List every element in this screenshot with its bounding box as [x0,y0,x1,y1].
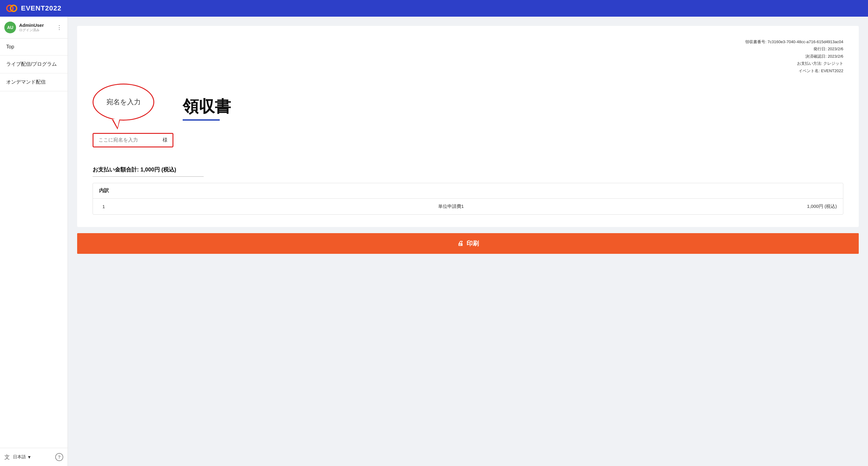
print-button[interactable]: 🖨 印刷 [77,233,859,254]
receipt-number-line: 領収書番号: 7c3160e3-7040-48cc-a716-615d4913a… [93,38,843,45]
user-name: AdminUser [19,23,52,28]
user-section: AU AdminUser ログイン済み ⋮ [0,16,68,38]
breakdown-header: 内訳 [93,183,843,199]
receipt-title-underline [183,119,220,121]
total-label: お支払い金額合計: 1,000円 (税込) [93,166,843,173]
breakdown-item-name: 単位申請費1 [115,204,787,209]
receipt-title: 領収書 [183,96,231,118]
help-button[interactable]: ? [55,453,63,461]
breakdown-qty: 1 [99,204,108,209]
user-menu-icon[interactable]: ⋮ [55,23,63,32]
speech-bubble-container: 宛名を入力 様 [93,84,174,157]
user-status: ログイン済み [19,28,52,32]
address-section: 様 [93,133,174,147]
sidebar-bottom: 文 日本語 ▼ ? [0,448,68,466]
table-row: 1 単位申請費1 1,000円 (税込) [93,199,843,214]
language-icon: 文 [4,453,10,461]
user-info: AdminUser ログイン済み [19,23,52,32]
main-content: 領収書番号: 7c3160e3-7040-48cc-a716-615d4913a… [68,16,868,466]
app-title: EVENT2022 [21,4,61,12]
issue-date-line: 発行日: 2023/2/6 [93,45,843,53]
receipt-title-block: 領収書 [183,90,231,121]
sidebar-item-ondemand[interactable]: オンデマンド配信 [0,73,68,91]
event-name-line: イベント名: EVENT2022 [93,67,843,74]
print-icon: 🖨 [457,240,463,247]
sidebar-item-live[interactable]: ライブ配信/プログラム [0,56,68,73]
address-suffix: 様 [163,137,167,143]
receipt-title-area: 宛名を入力 様 領収書 [93,80,843,157]
app-header: EVENT2022 [0,0,868,16]
payment-confirm-line: 決済確認日: 2023/2/6 [93,53,843,60]
total-section: お支払い金額合計: 1,000円 (税込) [93,166,843,177]
print-label: 印刷 [467,239,479,248]
avatar: AU [4,22,16,33]
breakdown-table: 内訳 1 単位申請費1 1,000円 (税込) [93,183,843,215]
payment-method-line: お支払い方法: クレジット [93,60,843,67]
receipt-card: 領収書番号: 7c3160e3-7040-48cc-a716-615d4913a… [77,26,859,227]
address-input[interactable] [98,137,160,143]
receipt-meta: 領収書番号: 7c3160e3-7040-48cc-a716-615d4913a… [93,38,843,74]
total-divider [93,176,204,177]
speech-bubble: 宛名を入力 [93,84,154,121]
sidebar: AU AdminUser ログイン済み ⋮ Top ライブ配信/プログラム オン… [0,16,68,466]
address-input-wrapper: 様 [93,133,174,147]
sidebar-item-top[interactable]: Top [0,38,68,56]
breakdown-item-price: 1,000円 (税込) [794,204,837,209]
app-logo [6,3,17,14]
language-selector[interactable]: 日本語 ▼ [13,454,31,460]
